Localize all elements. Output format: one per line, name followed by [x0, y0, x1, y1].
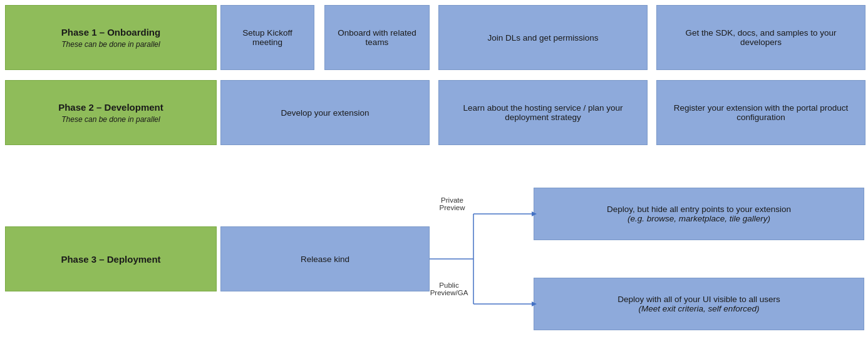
task-develop: Develop your extension	[220, 80, 430, 145]
phase3-box: Phase 3 – Deployment	[5, 226, 217, 291]
phase1-title: Phase 1 – Onboarding	[61, 27, 160, 38]
task-release: Release kind	[220, 226, 430, 291]
phase2-box: Phase 2 – Development These can be done …	[5, 80, 217, 145]
phase2-subtitle: These can be done in parallel	[61, 115, 160, 124]
task-public-deploy: Deploy with all of your UI visible to al…	[534, 278, 864, 330]
task-join-dls: Join DLs and get permissions	[438, 5, 648, 70]
task-kickoff: Setup Kickoff meeting	[220, 5, 314, 70]
label-private: Private Preview	[433, 196, 471, 211]
phase1-box: Phase 1 – Onboarding These can be done i…	[5, 5, 217, 70]
diagram: Phase 1 – Onboarding These can be done i…	[0, 0, 868, 354]
task-sdk: Get the SDK, docs, and samples to your d…	[656, 5, 865, 70]
task-register: Register your extension with the portal …	[656, 80, 865, 145]
phase2-title: Phase 2 – Development	[58, 102, 163, 113]
phase3-title: Phase 3 – Deployment	[61, 254, 160, 265]
task-hosting: Learn about the hosting service / plan y…	[438, 80, 648, 145]
label-public: Public Preview/GA	[425, 281, 473, 296]
task-private-deploy: Deploy, but hide all entry points to you…	[534, 188, 864, 240]
phase1-subtitle: These can be done in parallel	[61, 40, 160, 49]
task-onboard: Onboard with related teams	[324, 5, 430, 70]
